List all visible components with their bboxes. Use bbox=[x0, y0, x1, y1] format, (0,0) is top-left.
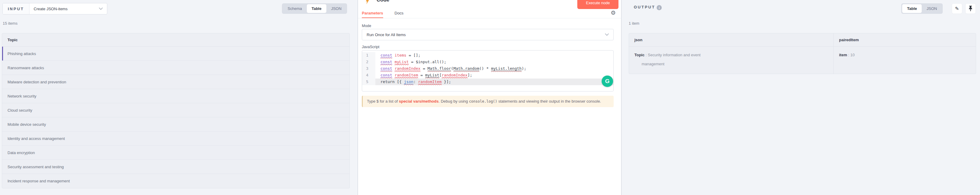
table-row[interactable]: Network security bbox=[2, 89, 350, 103]
input-node-dropdown-value: Create JSON-items bbox=[33, 6, 68, 11]
table-row[interactable]: Incident response and management bbox=[2, 174, 350, 188]
output-panel: OUTPUT i Table JSON ✎ 1 item json paired… bbox=[622, 0, 980, 195]
console-log-code: console.log() bbox=[469, 99, 497, 104]
gear-icon[interactable]: ⚙ bbox=[611, 10, 616, 16]
output-column-json: json bbox=[629, 34, 834, 46]
code-line[interactable]: 2const myList = $input.all(); bbox=[362, 59, 613, 65]
input-node-selector: INPUT Create JSON-items bbox=[2, 3, 107, 14]
tab-docs[interactable]: Docs bbox=[395, 11, 404, 18]
table-row[interactable]: Ransomware attacks bbox=[2, 61, 350, 75]
table-row[interactable]: Phishing attacks bbox=[2, 46, 350, 61]
code-node-tabs: Parameters Docs bbox=[362, 11, 403, 18]
notice-text: statements and viewing their output in t… bbox=[497, 99, 601, 104]
line-content[interactable]: const randomItem = myList[randomIndex]; bbox=[375, 72, 613, 78]
line-content[interactable]: const items = []; bbox=[375, 52, 613, 59]
lightning-bolt-icon bbox=[365, 0, 370, 5]
line-number: 5 bbox=[362, 78, 375, 85]
output-items-count: 1 item bbox=[629, 21, 639, 26]
output-json-separator: : bbox=[644, 53, 648, 57]
mode-select-value: Run Once for All Items bbox=[367, 32, 406, 37]
chevron-down-icon bbox=[99, 8, 103, 10]
node-title: Code bbox=[377, 0, 390, 3]
pin-data-button[interactable] bbox=[965, 3, 976, 14]
line-number: 4 bbox=[362, 72, 375, 78]
input-view-toggle: Schema Table JSON bbox=[282, 3, 347, 14]
input-view-table[interactable]: Table bbox=[307, 4, 326, 13]
tab-parameters[interactable]: Parameters bbox=[362, 11, 383, 18]
table-row[interactable]: Data encryption bbox=[2, 145, 350, 160]
input-panel-label: INPUT bbox=[3, 3, 29, 14]
input-items-count: 15 items bbox=[3, 21, 18, 26]
chevron-down-icon bbox=[605, 34, 609, 36]
code-editor-lines: 1const items = [];2const myList = $input… bbox=[362, 51, 613, 85]
line-number: 3 bbox=[362, 65, 375, 72]
output-view-table[interactable]: Table bbox=[902, 4, 922, 13]
input-node-dropdown[interactable]: Create JSON-items bbox=[29, 3, 107, 14]
tab-divider bbox=[358, 18, 621, 18]
edit-output-button[interactable]: ✎ bbox=[952, 3, 962, 14]
input-table-body: Phishing attacksRansomware attacksMalwar… bbox=[2, 46, 350, 188]
code-line[interactable]: 5return [{ json: randomItem }]; bbox=[362, 78, 613, 85]
table-row[interactable]: Mobile device security bbox=[2, 117, 350, 131]
input-table: Topic Phishing attacksRansomware attacks… bbox=[2, 33, 350, 189]
node-detail-view: INPUT Create JSON-items Schema Table JSO… bbox=[0, 0, 980, 195]
notice-text: Type $ for a list of bbox=[367, 99, 399, 104]
execute-node-button[interactable]: Execute node bbox=[577, 0, 619, 9]
table-row[interactable]: Cloud security bbox=[2, 103, 350, 117]
output-json-key: Topic bbox=[635, 53, 644, 57]
javascript-field-label: JavaScript bbox=[362, 45, 379, 49]
input-table-header: Topic bbox=[2, 34, 350, 46]
output-paired-key: item bbox=[839, 53, 847, 57]
line-content[interactable]: const myList = $input.all(); bbox=[375, 59, 613, 65]
output-table: json pairedItem Topic : Security informa… bbox=[629, 33, 976, 74]
editor-hint-notice: Type $ for a list of special vars/method… bbox=[362, 96, 614, 107]
pin-icon bbox=[968, 6, 973, 11]
output-json-value: Security information and event bbox=[648, 53, 701, 57]
line-number: 1 bbox=[362, 52, 375, 59]
output-json-value-wrap: management bbox=[635, 59, 834, 69]
code-node-panel: Code Execute node Parameters Docs ⚙ Mode… bbox=[358, 0, 622, 195]
line-number: 2 bbox=[362, 59, 375, 65]
grammarly-icon[interactable]: G bbox=[601, 75, 613, 87]
mode-select[interactable]: Run Once for All Items bbox=[362, 29, 614, 40]
code-line[interactable]: 4const randomItem = myList[randomIndex]; bbox=[362, 72, 613, 78]
table-row[interactable]: Identity and access management bbox=[2, 131, 350, 145]
output-column-paireditem: pairedItem bbox=[834, 34, 976, 46]
code-editor[interactable]: 1const items = [];2const myList = $input… bbox=[362, 50, 614, 91]
output-cell-json[interactable]: Topic : Security information and event m… bbox=[629, 46, 834, 74]
table-row[interactable]: Security assessment and testing bbox=[2, 160, 350, 174]
code-line[interactable]: 1const items = []; bbox=[362, 52, 613, 59]
notice-text: . Debug by using bbox=[439, 99, 469, 104]
mode-field-label: Mode bbox=[362, 24, 371, 28]
line-content[interactable]: const randomIndex = Math.floor(Math.rand… bbox=[375, 65, 613, 72]
code-line[interactable]: 3const randomIndex = Math.floor(Math.ran… bbox=[362, 65, 613, 72]
output-paired-value: 10 bbox=[851, 53, 855, 57]
input-panel: INPUT Create JSON-items Schema Table JSO… bbox=[0, 0, 358, 195]
output-view-toggle: Table JSON bbox=[901, 3, 943, 14]
output-view-json[interactable]: JSON bbox=[922, 4, 942, 13]
special-vars-link[interactable]: special vars/methods bbox=[399, 99, 439, 104]
output-cell-paireditem[interactable]: item : 10 bbox=[834, 46, 976, 74]
info-icon[interactable]: i bbox=[657, 5, 662, 10]
input-view-schema[interactable]: Schema bbox=[283, 4, 307, 13]
table-row[interactable]: Malware detection and prevention bbox=[2, 75, 350, 89]
output-panel-label: OUTPUT bbox=[629, 5, 660, 9]
input-view-json[interactable]: JSON bbox=[326, 4, 347, 13]
line-content[interactable]: return [{ json: randomItem }]; bbox=[375, 78, 613, 85]
output-paired-separator: : bbox=[847, 53, 851, 57]
pencil-icon: ✎ bbox=[955, 6, 959, 11]
